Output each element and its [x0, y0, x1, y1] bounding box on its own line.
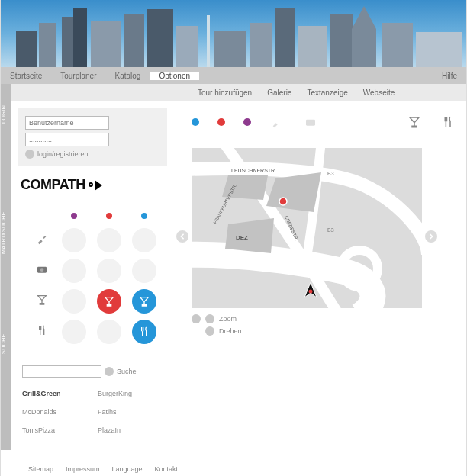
matrix-cell[interactable] — [132, 228, 156, 252]
map-label-dez: DEZ — [236, 234, 248, 241]
matrix-col-dot-1[interactable] — [71, 213, 77, 219]
header-banner — [1, 0, 466, 67]
nav-tourplaner[interactable]: Tourplaner — [51, 72, 105, 80]
matrix-cell[interactable] — [97, 228, 121, 252]
login-box: login/registrieren — [18, 108, 167, 166]
matrix-col-dot-3[interactable] — [141, 213, 147, 219]
matrix-cell[interactable] — [62, 289, 86, 314]
svg-rect-1 — [39, 23, 56, 67]
svg-rect-19 — [306, 120, 315, 126]
footer-kontakt[interactable]: Kontakt — [155, 465, 179, 473]
cat-dot-purple[interactable] — [243, 118, 251, 126]
svg-rect-9 — [214, 31, 246, 67]
rotate-label: Drehen — [219, 327, 242, 335]
matrix-cell[interactable] — [132, 259, 156, 283]
login-action-label[interactable]: login/registrieren — [37, 150, 89, 158]
side-label-suche: SUCHE — [1, 328, 11, 359]
svg-rect-10 — [250, 23, 272, 67]
footer-language[interactable]: Language — [112, 465, 143, 473]
footer-sitemap[interactable]: Sitemap — [28, 465, 53, 473]
svg-rect-8 — [207, 15, 210, 67]
svg-rect-11 — [275, 8, 295, 67]
restaurant-icon — [36, 326, 48, 339]
map-road-2: B3 — [327, 227, 334, 233]
right-column: LEUSCHNERSTR. FRANKFURTERSTR. CRÉDESTR. … — [173, 101, 466, 452]
result-item[interactable]: Grill&Green — [22, 390, 92, 397]
nav-startseite[interactable]: Startseite — [1, 72, 51, 80]
zoom-label: Zoom — [219, 315, 237, 323]
matrix-cell[interactable] — [62, 320, 86, 344]
svg-point-18 — [40, 268, 44, 272]
result-item[interactable]: Fatihs — [98, 408, 167, 416]
nav-main: Startseite Tourplaner Katalog Optionen H… — [1, 67, 466, 84]
svg-rect-13 — [330, 14, 353, 67]
zoom-in-icon[interactable] — [205, 314, 214, 323]
svg-rect-12 — [298, 26, 327, 67]
map[interactable]: LEUSCHNERSTR. FRANKFURTERSTR. CRÉDESTR. … — [192, 148, 422, 308]
footer-impressum[interactable]: Impressum — [66, 465, 100, 473]
search-results: Grill&Green BurgerKing McDonalds Fatihs … — [22, 390, 167, 434]
cocktail-icon[interactable] — [407, 114, 422, 130]
camera-icon — [36, 265, 48, 278]
matrix-cell[interactable] — [62, 228, 86, 252]
zoom-out-icon[interactable] — [192, 314, 201, 323]
subnav-tour[interactable]: Tour hinzufügen — [190, 88, 259, 97]
nav-hilfe[interactable]: Hilfe — [433, 72, 466, 80]
login-submit-icon[interactable] — [25, 150, 34, 159]
svg-rect-7 — [176, 26, 198, 67]
map-container: LEUSCHNERSTR. FRANKFURTERSTR. CRÉDESTR. … — [192, 148, 422, 325]
brush-icon[interactable] — [269, 114, 285, 130]
matrix-col-dot-2[interactable] — [106, 213, 112, 219]
matrix-cell-active[interactable] — [97, 289, 121, 314]
svg-point-26 — [309, 290, 313, 294]
result-item[interactable]: PlazaIn — [98, 426, 167, 434]
svg-rect-3 — [73, 8, 87, 67]
restaurant-icon[interactable] — [440, 114, 456, 130]
left-column: login/registrieren COMPATH — [11, 101, 173, 452]
matrix-cell[interactable] — [97, 320, 121, 344]
footer: Sitemap Impressum Language Kontakt — [28, 465, 178, 473]
result-item[interactable]: BurgerKing — [98, 390, 167, 397]
search-submit-icon[interactable] — [105, 367, 114, 376]
logo: COMPATH — [21, 177, 167, 193]
map-road-1: B3 — [327, 171, 334, 176]
logo-icon — [89, 180, 102, 191]
result-item[interactable]: McDonalds — [22, 408, 92, 416]
map-nav-left[interactable] — [176, 230, 188, 243]
side-rail: LOGIN MATRIXSUCHE SUCHE — [1, 84, 11, 450]
matrix-grid — [22, 202, 167, 350]
password-field[interactable] — [25, 133, 109, 146]
svg-rect-5 — [124, 14, 144, 67]
search-input[interactable] — [22, 365, 101, 378]
brush-icon — [36, 234, 48, 247]
rotate-icon[interactable] — [205, 326, 214, 336]
subnav-webseite[interactable]: Webseite — [356, 88, 403, 97]
matrix-cell[interactable] — [97, 259, 121, 283]
result-item[interactable]: TonisPizza — [22, 426, 92, 434]
map-street-1: LEUSCHNERSTR. — [231, 168, 276, 173]
svg-rect-6 — [147, 9, 173, 67]
subnav-galerie[interactable]: Galerie — [259, 88, 299, 97]
svg-rect-0 — [16, 31, 37, 67]
cocktail-icon — [36, 295, 48, 308]
matrix-cell-active[interactable] — [132, 289, 156, 314]
nav-katalog[interactable]: Katalog — [106, 72, 150, 80]
cat-dot-blue[interactable] — [192, 118, 199, 126]
category-row — [192, 114, 456, 130]
svg-marker-14 — [352, 6, 376, 67]
subnav-textanz[interactable]: Textanzeige — [299, 88, 355, 97]
matrix-cell-active[interactable] — [132, 320, 156, 344]
nav-optionen[interactable]: Optionen — [150, 72, 199, 80]
svg-rect-4 — [91, 21, 121, 67]
matrix-cell[interactable] — [62, 259, 86, 283]
side-label-matrix: MATRIXSUCHE — [1, 206, 11, 259]
svg-rect-16 — [416, 32, 462, 67]
map-nav-right[interactable] — [425, 230, 437, 243]
cat-dot-red[interactable] — [217, 118, 225, 126]
svg-rect-15 — [382, 23, 413, 67]
camera-icon[interactable] — [303, 114, 318, 130]
svg-point-25 — [279, 198, 287, 205]
nav-sub: Tour hinzufügen Galerie Textanzeige Webs… — [1, 84, 466, 101]
side-label-login: LOGIN — [1, 99, 11, 130]
username-field[interactable] — [25, 116, 109, 130]
